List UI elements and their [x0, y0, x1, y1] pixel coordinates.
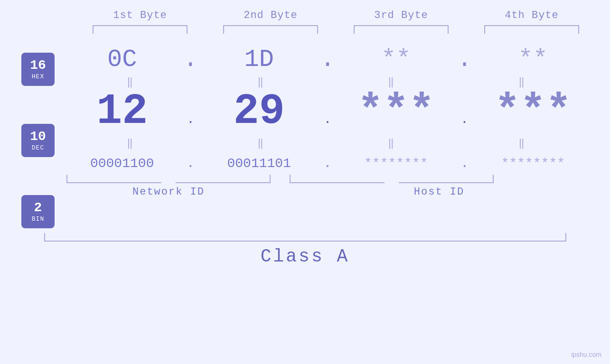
- bin-badge-number: 2: [34, 201, 42, 215]
- bin-dot-1: .: [181, 156, 200, 171]
- hex-cell-3: **: [344, 46, 448, 74]
- equals-cell-1: ‖: [80, 75, 184, 88]
- equals-cell-2: ‖: [210, 75, 315, 88]
- dec-dot-3: .: [455, 113, 474, 126]
- outer-bracket-container: [44, 233, 566, 242]
- bin-value-2: 00011101: [227, 156, 291, 171]
- equals-cell-3: ‖: [341, 75, 445, 88]
- equals-cell-6: ‖: [210, 137, 315, 149]
- top-bracket-row: [75, 25, 597, 34]
- bracket-gap: [271, 175, 290, 183]
- hex-dot-icon-1: .: [183, 46, 198, 74]
- class-label-container: Class A: [0, 246, 610, 267]
- dec-value-1: 12: [96, 87, 148, 136]
- bin-dot-2: .: [318, 156, 337, 171]
- host-bracket-right: [399, 175, 494, 183]
- bin-dot-3: .: [455, 156, 474, 171]
- main-container: 1st Byte 2nd Byte 3rd Byte 4th Byte 16 H…: [0, 0, 610, 364]
- network-bracket-left: [66, 175, 161, 183]
- hex-badge-number: 16: [30, 59, 46, 72]
- bin-value-1: 00001100: [90, 156, 154, 171]
- hex-badge-label: HEX: [32, 73, 44, 80]
- hex-dot-icon-2: .: [320, 46, 335, 74]
- host-id-label: Host ID: [290, 186, 589, 198]
- hex-dot-icon-3: .: [457, 46, 472, 74]
- hex-cell-2: 1D: [207, 46, 311, 74]
- dec-dot-1: .: [181, 113, 200, 126]
- bin-value-3: ********: [364, 156, 428, 171]
- hex-cell-1: 0C: [70, 46, 174, 74]
- byte1-header: 1st Byte: [88, 9, 192, 21]
- hex-dot-3: .: [455, 46, 474, 74]
- network-host-bracket-container: [66, 175, 589, 183]
- bin-dot-icon-3: .: [460, 156, 469, 171]
- equals-cell-7: ‖: [341, 137, 445, 149]
- hex-dot-2: .: [318, 46, 337, 74]
- label-gap: [271, 186, 290, 198]
- equals-row-2: ‖ ‖ ‖ ‖: [66, 137, 589, 149]
- dec-dot-icon-2: .: [324, 113, 331, 126]
- network-id-label: Network ID: [66, 186, 271, 198]
- bracket-top-3: [354, 25, 449, 34]
- hex-value-1: 0C: [107, 46, 137, 74]
- bracket-top-4: [484, 25, 579, 34]
- bin-cell-4: ********: [481, 156, 585, 171]
- equals-cell-5: ‖: [80, 137, 184, 149]
- content-area: 16 HEX 10 DEC 2 BIN 0C .: [0, 38, 610, 228]
- equals-cell-8: ‖: [471, 137, 576, 149]
- dec-dot-icon-3: .: [461, 113, 468, 126]
- dec-value-2: 29: [234, 87, 285, 136]
- bracket-top-2: [223, 25, 318, 34]
- network-bracket-right: [176, 175, 271, 183]
- equals-cell-4: ‖: [471, 75, 576, 88]
- class-label: Class A: [261, 246, 350, 267]
- dec-badge: 10 DEC: [21, 124, 55, 157]
- byte2-header: 2nd Byte: [218, 9, 323, 21]
- bin-badge-label: BIN: [32, 215, 44, 223]
- badges-column: 16 HEX 10 DEC 2 BIN: [0, 53, 66, 228]
- dec-value-3: ***: [357, 87, 434, 136]
- bin-cell-2: 00011101: [207, 156, 311, 171]
- dec-cell-2: 29: [207, 90, 311, 133]
- hex-badge: 16 HEX: [21, 53, 55, 86]
- byte4-header: 4th Byte: [479, 9, 584, 21]
- byte3-header: 3rd Byte: [349, 9, 453, 21]
- dec-badge-label: DEC: [32, 144, 44, 151]
- bin-badge: 2 BIN: [21, 195, 55, 228]
- dec-dot-icon-1: .: [187, 113, 194, 126]
- dec-cell-3: ***: [344, 90, 448, 133]
- byte-headers: 1st Byte 2nd Byte 3rd Byte 4th Byte: [75, 9, 597, 21]
- hex-dot-1: .: [181, 46, 200, 74]
- bracket-top-1: [93, 25, 188, 34]
- bin-cell-1: 00001100: [70, 156, 174, 171]
- outer-bracket: [44, 233, 566, 242]
- dec-row: 12 . 29 . *** . ***: [66, 90, 589, 133]
- watermark: ipshu.com: [571, 351, 601, 358]
- bin-dot-icon-2: .: [324, 156, 332, 171]
- bin-dot-icon-1: .: [187, 156, 195, 171]
- hex-cell-4: **: [481, 46, 585, 74]
- bin-value-4: ********: [501, 156, 565, 171]
- network-host-labels: Network ID Host ID: [66, 186, 589, 198]
- hex-value-3: **: [381, 46, 411, 74]
- dec-cell-1: 12: [70, 90, 174, 133]
- dec-dot-2: .: [318, 113, 337, 126]
- dec-cell-4: ***: [481, 90, 585, 133]
- hex-value-2: 1D: [244, 46, 273, 74]
- hex-value-4: **: [518, 46, 548, 74]
- hex-row: 0C . 1D . ** . **: [66, 46, 589, 74]
- dec-badge-number: 10: [30, 130, 46, 143]
- equals-row-1: ‖ ‖ ‖ ‖: [66, 75, 589, 88]
- bin-cell-3: ********: [344, 156, 448, 171]
- dec-value-4: ***: [495, 87, 572, 136]
- host-bracket-left: [290, 175, 385, 183]
- rows-container: 0C . 1D . ** . **: [66, 38, 610, 198]
- bin-row: 00001100 . 00011101 . ******** .: [66, 156, 589, 171]
